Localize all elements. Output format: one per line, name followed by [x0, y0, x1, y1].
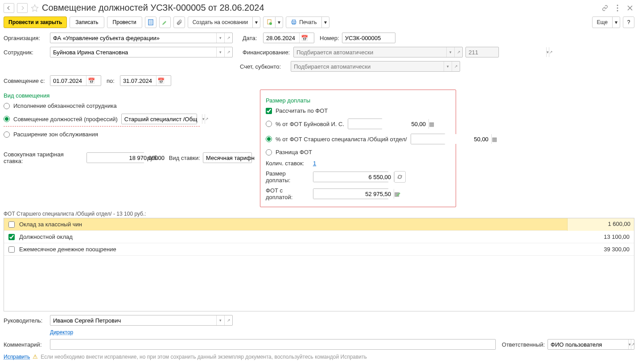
- kebab-menu-icon[interactable]: [613, 4, 622, 12]
- responsible-input[interactable]: ▾ ↗: [547, 339, 634, 350]
- org-field-text[interactable]: [50, 33, 216, 43]
- post-and-close-button[interactable]: Провести и закрыть: [4, 16, 67, 28]
- position-field-text[interactable]: [122, 114, 202, 124]
- pct-position-input[interactable]: ▦: [411, 134, 445, 144]
- dropdown-arrow-icon[interactable]: ▾: [216, 47, 224, 57]
- account-field-text[interactable]: [291, 61, 444, 71]
- stake-count-link[interactable]: 1: [313, 160, 316, 167]
- open-icon[interactable]: ↗: [224, 33, 232, 43]
- refresh-button[interactable]: [394, 171, 406, 183]
- more-button[interactable]: Еще ▾: [592, 16, 620, 28]
- radio-combination[interactable]: [4, 116, 10, 122]
- post-button[interactable]: Провести: [107, 16, 142, 28]
- nav-back-button[interactable]: [4, 3, 14, 13]
- row-checkbox[interactable]: [8, 234, 15, 240]
- number-input[interactable]: [342, 33, 395, 43]
- print-button[interactable]: Печать ▾: [286, 16, 329, 28]
- date-field-text[interactable]: [263, 33, 299, 43]
- calendar-icon[interactable]: 📅: [156, 76, 166, 86]
- comment-input[interactable]: [50, 339, 496, 350]
- radio-diff[interactable]: [266, 149, 272, 155]
- position-input[interactable]: ▾ ↗: [121, 114, 197, 124]
- account-input[interactable]: ▾ ↗: [291, 61, 460, 72]
- open-icon[interactable]: ↗: [549, 47, 553, 57]
- pct-employee-input[interactable]: ▦: [348, 119, 383, 129]
- attach-icon-button[interactable]: [173, 16, 185, 28]
- dropdown-arrow-icon[interactable]: ▾: [613, 17, 620, 28]
- org-input[interactable]: ▾ ↗: [50, 33, 233, 43]
- dropdown-arrow-icon[interactable]: ▾: [216, 315, 224, 325]
- responsible-label: Ответственный:: [502, 341, 545, 348]
- from-date-input[interactable]: 📅: [50, 75, 101, 86]
- to-date-input[interactable]: 📅: [120, 75, 171, 86]
- help-button[interactable]: ?: [623, 16, 634, 28]
- link-icon[interactable]: [601, 4, 609, 12]
- open-icon[interactable]: ↗: [452, 61, 460, 71]
- employee-field-text[interactable]: [50, 47, 216, 57]
- fincode-field-text[interactable]: [466, 47, 546, 57]
- manager-position-link[interactable]: Директор: [50, 329, 73, 335]
- open-icon[interactable]: ↗: [631, 339, 635, 349]
- rate-total-input[interactable]: [86, 152, 144, 163]
- fot-plus-input[interactable]: ▦: [313, 188, 389, 199]
- comment-text[interactable]: [50, 339, 495, 349]
- rate-type-label: Вид ставки:: [169, 155, 200, 161]
- finance-input[interactable]: ▾ ↗: [293, 47, 463, 57]
- radio-zones[interactable]: [4, 131, 10, 138]
- finance-field-text[interactable]: [294, 47, 446, 57]
- dropdown-arrow-icon[interactable]: ▾: [276, 17, 283, 28]
- surcharge-text[interactable]: [313, 172, 394, 182]
- fot-plus-label: ФОТ с доплатой:: [266, 187, 310, 200]
- radio-pct-employee[interactable]: [266, 121, 272, 127]
- calendar-icon[interactable]: 📅: [299, 33, 309, 43]
- rate-total-label: Совокупная тарифная ставка:: [4, 151, 84, 164]
- calc-fot-checkbox[interactable]: [266, 108, 272, 114]
- calendar-icon[interactable]: 📅: [86, 76, 96, 86]
- create-based-on-button[interactable]: Создать на основании ▾: [188, 16, 261, 28]
- dropdown-arrow-icon[interactable]: ▾: [253, 17, 260, 28]
- fincode-input[interactable]: ▾ ↗: [465, 47, 499, 57]
- pencil-icon[interactable]: [396, 191, 402, 197]
- pct-position-text[interactable]: [411, 134, 491, 144]
- close-icon[interactable]: [626, 4, 634, 12]
- highlight-icon-button[interactable]: [159, 16, 171, 28]
- open-icon[interactable]: ↗: [205, 114, 209, 124]
- responsible-text[interactable]: [548, 339, 628, 349]
- number-field-text[interactable]: [342, 33, 423, 43]
- report-icon-button[interactable]: [145, 16, 156, 28]
- calculator-icon[interactable]: ▦: [491, 134, 497, 144]
- to-date-text[interactable]: [120, 76, 156, 86]
- open-icon[interactable]: ↗: [224, 47, 232, 57]
- manager-input[interactable]: ▾ ↗: [50, 315, 233, 326]
- row-checkbox[interactable]: [8, 246, 15, 253]
- surcharge-input[interactable]: ▦: [313, 172, 389, 182]
- favorite-star-icon[interactable]: [30, 4, 39, 12]
- write-button[interactable]: Записать: [70, 16, 104, 28]
- table-row[interactable]: Оклад за классный чин 1 600,00: [4, 218, 634, 231]
- svg-point-2: [617, 10, 618, 11]
- row-checkbox[interactable]: [8, 221, 15, 228]
- nav-forward-button[interactable]: [17, 3, 28, 13]
- date-input[interactable]: 📅: [263, 33, 314, 43]
- dropdown-arrow-icon[interactable]: ▾: [446, 47, 454, 57]
- from-date-text[interactable]: [50, 76, 86, 86]
- manager-text[interactable]: [50, 315, 216, 325]
- radio-pct-position[interactable]: [266, 136, 272, 142]
- type-title: Вид совмещения: [4, 92, 255, 99]
- calculator-icon[interactable]: ▦: [428, 119, 434, 129]
- dropdown-arrow-icon[interactable]: ▾: [444, 61, 452, 71]
- open-icon[interactable]: ↗: [454, 47, 462, 57]
- fix-link[interactable]: Исправить: [4, 354, 30, 360]
- dropdown-arrow-icon[interactable]: ▾: [322, 17, 329, 28]
- row-value: 1 600,00: [567, 218, 634, 231]
- link-split-button[interactable]: ▾: [263, 16, 283, 28]
- rate-type-input[interactable]: [203, 152, 252, 163]
- radio-duties[interactable]: [4, 103, 10, 109]
- dropdown-arrow-icon[interactable]: ▾: [216, 33, 224, 43]
- table-row[interactable]: Ежемесячное денежное поощрение 39 300,00: [4, 243, 634, 256]
- table-row[interactable]: Должностной оклад 13 100,00: [4, 231, 634, 243]
- pct-employee-text[interactable]: [348, 119, 428, 129]
- employee-input[interactable]: ▾ ↗: [50, 47, 233, 57]
- open-icon[interactable]: ↗: [224, 315, 232, 325]
- fot-plus-text[interactable]: [313, 189, 394, 199]
